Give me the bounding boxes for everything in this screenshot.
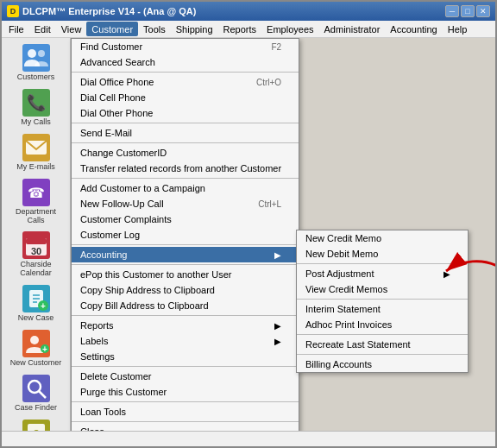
app-icon: D (7, 5, 19, 17)
svg-text:📞: 📞 (27, 93, 47, 112)
menu-change-customerid[interactable]: Change CustomerID (72, 145, 299, 161)
menu-reports[interactable]: Reports (218, 22, 262, 36)
main-content: Customers 📞 My Calls (2, 38, 495, 431)
submenu-separator-1 (297, 263, 468, 264)
svg-rect-24 (22, 375, 50, 402)
separator-1 (72, 72, 299, 73)
submenu-interim-statement[interactable]: Interim Statement (297, 301, 468, 317)
svg-text:☎: ☎ (28, 186, 45, 200)
menu-complaints[interactable]: Customer Complaints (72, 211, 299, 227)
maximize-button[interactable]: □ (461, 5, 475, 17)
menu-delete-customer[interactable]: Delete Customer (72, 369, 299, 384)
submenu-separator-4 (297, 354, 468, 355)
menu-dial-cell[interactable]: Dial Cell Phone (72, 90, 299, 105)
menu-accounting[interactable]: Accounting ▶ (72, 247, 299, 262)
sidebar-deptcalls-label: Department Calls (7, 208, 66, 225)
sidebar-item-myemails[interactable]: My E-mails (5, 131, 67, 174)
accounting-submenu-arrow: ▶ (274, 250, 281, 260)
menu-close[interactable]: Close (72, 424, 299, 431)
submenu-post-adjustment[interactable]: Post Adjustment ▶ (297, 266, 468, 281)
post-adjustment-arrow: ▶ (444, 269, 450, 279)
close-button[interactable]: ✕ (476, 5, 490, 17)
sidebar-newcase-label: New Case (18, 314, 54, 323)
sidebar-item-deptcalls[interactable]: ☎ Department Calls (5, 176, 67, 228)
submenu-billing-accounts[interactable]: Billing Accounts (297, 357, 468, 372)
svg-rect-0 (22, 44, 50, 72)
svg-point-2 (38, 50, 45, 57)
window-title: DLCPM™ Enterprise V14 - (Ana @ QA) (22, 6, 196, 16)
separator-8 (72, 366, 299, 367)
svg-point-1 (28, 49, 36, 58)
separator-5 (72, 244, 299, 245)
menu-labels[interactable]: Labels ▶ (72, 333, 299, 349)
menu-view[interactable]: View (56, 22, 87, 36)
sidebar-customers-label: Customers (17, 73, 55, 82)
menu-edit[interactable]: Edit (29, 22, 56, 36)
sidebar-casefinder-label: Case Finder (15, 404, 57, 413)
accounting-submenu: New Credit Memo New Debit Memo Post Adju… (296, 230, 469, 373)
menu-file[interactable]: File (3, 22, 29, 36)
sidebar: Customers 📞 My Calls (2, 38, 71, 431)
separator-6 (72, 264, 299, 265)
separator-9 (72, 401, 299, 402)
menu-settings[interactable]: Settings (72, 349, 299, 364)
sidebar-mycalls-label: My Calls (21, 118, 51, 127)
menu-transfer-records[interactable]: Transfer related records from another Cu… (72, 161, 299, 176)
submenu-new-credit-memo[interactable]: New Credit Memo (297, 230, 468, 246)
menu-epop[interactable]: ePop this Customer to another User (72, 267, 299, 282)
menu-copy-ship[interactable]: Copy Ship Address to Clipboard (72, 282, 299, 298)
myemails-icon (22, 134, 50, 161)
separator-3 (72, 142, 299, 143)
sidebar-item-newcustomer[interactable]: + New Customer (5, 327, 67, 370)
customer-dropdown-menu: Find Customer F2 Advanced Search Dial Of… (71, 38, 299, 431)
customers-icon (22, 44, 50, 72)
menu-employees[interactable]: Employees (261, 22, 318, 36)
menu-shipping[interactable]: Shipping (171, 22, 218, 36)
minimize-button[interactable]: ─ (445, 5, 459, 17)
submenu-new-debit-memo[interactable]: New Debit Memo (297, 246, 468, 262)
menu-administrator[interactable]: Administrator (319, 22, 386, 36)
submenu-view-credit-memos[interactable]: View Credit Memos (297, 281, 468, 297)
separator-4 (72, 178, 299, 179)
submenu-separator-2 (297, 299, 468, 300)
menu-copy-bill[interactable]: Copy Bill Address to Clipboard (72, 298, 299, 313)
newcustomer-icon: + (22, 330, 50, 357)
sidebar-item-calendar[interactable]: 30 Charside Calendar (5, 229, 67, 281)
sidebar-calendar-label: Charside Calendar (7, 261, 66, 278)
menu-customer-log[interactable]: Customer Log (72, 227, 299, 243)
menu-dial-other[interactable]: Dial Other Phone (72, 105, 299, 121)
svg-text:30: 30 (30, 246, 41, 256)
menu-accounting[interactable]: Accounting (385, 22, 442, 36)
sidebar-item-customers[interactable]: Customers (5, 41, 67, 85)
sidebar-item-invoicecase[interactable]: $ Invoice Case (5, 417, 67, 431)
menu-help[interactable]: Help (443, 22, 473, 36)
sidebar-item-casefinder[interactable]: Case Finder (5, 372, 67, 415)
title-bar-left: D DLCPM™ Enterprise V14 - (Ana @ QA) (7, 5, 196, 17)
menu-find-customer[interactable]: Find Customer F2 (72, 39, 299, 54)
menu-tools[interactable]: Tools (138, 22, 171, 36)
menu-purge-customer[interactable]: Purge this Customer (72, 384, 299, 400)
submenu-recreate-statement[interactable]: Recreate Last Statement (297, 337, 468, 352)
mycalls-icon: 📞 (22, 89, 50, 117)
reports-submenu-arrow: ▶ (274, 321, 281, 331)
menu-advanced-search[interactable]: Advanced Search (72, 54, 299, 70)
svg-point-21 (30, 336, 39, 344)
menu-add-campaign[interactable]: Add Customer to a Campaign (72, 180, 299, 196)
menu-reports[interactable]: Reports ▶ (72, 318, 299, 333)
menu-send-email[interactable]: Send E-Mail (72, 125, 299, 141)
sidebar-item-mycalls[interactable]: 📞 My Calls (5, 86, 67, 129)
submenu-separator-3 (297, 334, 468, 335)
casefinder-icon (22, 375, 50, 402)
menu-loan-tools[interactable]: Loan Tools (72, 404, 299, 420)
submenu-adhoc-print[interactable]: Adhoc Print Invoices (297, 317, 468, 332)
title-bar: D DLCPM™ Enterprise V14 - (Ana @ QA) ─ □… (2, 2, 495, 21)
menu-dial-office[interactable]: Dial Office Phone Ctrl+O (72, 74, 299, 90)
calendar-icon: 30 (22, 231, 50, 259)
invoicecase-icon: $ (22, 420, 50, 431)
svg-text:+: + (42, 344, 47, 354)
newcase-icon: + (22, 285, 50, 312)
labels-submenu-arrow: ▶ (274, 337, 281, 346)
menu-new-followup[interactable]: New Follow-Up Call Ctrl+L (72, 196, 299, 211)
menu-customer[interactable]: Customer (86, 22, 138, 36)
sidebar-item-newcase[interactable]: + New Case (5, 282, 67, 325)
